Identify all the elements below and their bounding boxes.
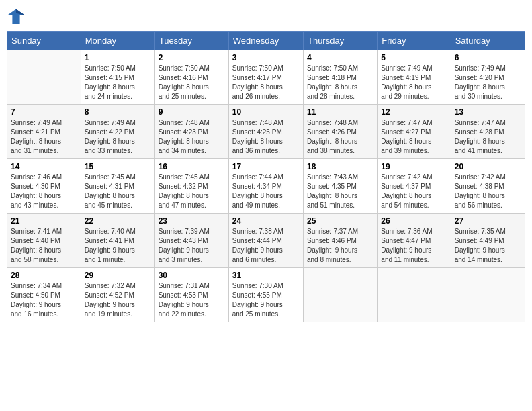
day-header-sunday: Sunday: [7, 32, 81, 50]
day-header-tuesday: Tuesday: [154, 32, 228, 50]
day-number: 18: [307, 162, 373, 171]
day-number: 19: [381, 162, 447, 171]
day-detail: Sunrise: 7:31 AM Sunset: 4:53 PM Dayligh…: [159, 281, 225, 319]
day-detail: Sunrise: 7:50 AM Sunset: 4:17 PM Dayligh…: [232, 64, 300, 101]
calendar-cell: 15Sunrise: 7:45 AM Sunset: 4:31 PM Dayli…: [81, 159, 154, 214]
day-detail: Sunrise: 7:49 AM Sunset: 4:22 PM Dayligh…: [85, 118, 151, 156]
day-detail: Sunrise: 7:32 AM Sunset: 4:52 PM Dayligh…: [85, 281, 151, 319]
calendar-cell: [451, 268, 525, 322]
calendar-cell: 18Sunrise: 7:43 AM Sunset: 4:35 PM Dayli…: [303, 159, 377, 214]
day-number: 26: [381, 216, 447, 226]
calendar-cell: 20Sunrise: 7:42 AM Sunset: 4:38 PM Dayli…: [451, 159, 525, 214]
day-number: 11: [307, 107, 373, 117]
day-number: 31: [232, 271, 300, 280]
day-detail: Sunrise: 7:49 AM Sunset: 4:21 PM Dayligh…: [11, 118, 77, 156]
day-detail: Sunrise: 7:43 AM Sunset: 4:35 PM Dayligh…: [307, 173, 373, 210]
day-number: 29: [85, 271, 151, 280]
day-header-wednesday: Wednesday: [228, 32, 303, 50]
day-detail: Sunrise: 7:50 AM Sunset: 4:18 PM Dayligh…: [307, 64, 373, 101]
calendar-cell: 24Sunrise: 7:38 AM Sunset: 4:44 PM Dayli…: [228, 214, 303, 268]
calendar-cell: [7, 50, 81, 105]
day-number: 8: [85, 107, 151, 117]
day-number: 7: [11, 107, 77, 117]
day-number: 25: [307, 216, 373, 226]
day-detail: Sunrise: 7:40 AM Sunset: 4:41 PM Dayligh…: [85, 227, 151, 265]
calendar-cell: 6Sunrise: 7:49 AM Sunset: 4:20 PM Daylig…: [451, 50, 525, 105]
calendar-cell: 14Sunrise: 7:46 AM Sunset: 4:30 PM Dayli…: [7, 159, 81, 214]
calendar-cell: [303, 268, 377, 322]
calendar-week-4: 21Sunrise: 7:41 AM Sunset: 4:40 PM Dayli…: [7, 214, 525, 268]
day-detail: Sunrise: 7:50 AM Sunset: 4:15 PM Dayligh…: [85, 64, 151, 101]
day-number: 6: [455, 53, 521, 62]
calendar-cell: [378, 268, 451, 322]
day-detail: Sunrise: 7:47 AM Sunset: 4:28 PM Dayligh…: [455, 118, 521, 156]
day-number: 5: [381, 53, 447, 62]
day-number: 23: [159, 216, 225, 226]
day-number: 9: [159, 107, 225, 117]
page-header: [7, 7, 525, 26]
day-number: 1: [85, 53, 151, 62]
day-number: 20: [455, 162, 521, 171]
calendar-cell: 16Sunrise: 7:45 AM Sunset: 4:32 PM Dayli…: [154, 159, 228, 214]
calendar-cell: 3Sunrise: 7:50 AM Sunset: 4:17 PM Daylig…: [228, 50, 303, 105]
day-detail: Sunrise: 7:45 AM Sunset: 4:31 PM Dayligh…: [85, 173, 151, 210]
day-detail: Sunrise: 7:34 AM Sunset: 4:50 PM Dayligh…: [11, 281, 77, 319]
day-number: 10: [232, 107, 300, 117]
day-detail: Sunrise: 7:48 AM Sunset: 4:25 PM Dayligh…: [232, 118, 300, 156]
day-detail: Sunrise: 7:49 AM Sunset: 4:20 PM Dayligh…: [455, 64, 521, 101]
calendar-cell: 25Sunrise: 7:37 AM Sunset: 4:46 PM Dayli…: [303, 214, 377, 268]
logo: [7, 7, 28, 26]
day-number: 2: [159, 53, 225, 62]
day-detail: Sunrise: 7:38 AM Sunset: 4:44 PM Dayligh…: [232, 227, 300, 265]
day-number: 17: [232, 162, 300, 171]
calendar-cell: 12Sunrise: 7:47 AM Sunset: 4:27 PM Dayli…: [378, 105, 451, 159]
day-number: 22: [85, 216, 151, 226]
day-number: 12: [381, 107, 447, 117]
calendar-cell: 11Sunrise: 7:48 AM Sunset: 4:26 PM Dayli…: [303, 105, 377, 159]
calendar-cell: 19Sunrise: 7:42 AM Sunset: 4:37 PM Dayli…: [378, 159, 451, 214]
calendar-cell: 1Sunrise: 7:50 AM Sunset: 4:15 PM Daylig…: [81, 50, 154, 105]
day-number: 4: [307, 53, 373, 62]
calendar-cell: 27Sunrise: 7:35 AM Sunset: 4:49 PM Dayli…: [451, 214, 525, 268]
calendar-week-3: 14Sunrise: 7:46 AM Sunset: 4:30 PM Dayli…: [7, 159, 525, 214]
day-header-saturday: Saturday: [451, 32, 525, 50]
day-number: 30: [159, 271, 225, 280]
day-detail: Sunrise: 7:48 AM Sunset: 4:26 PM Dayligh…: [307, 118, 373, 156]
day-header-monday: Monday: [81, 32, 154, 50]
day-detail: Sunrise: 7:30 AM Sunset: 4:55 PM Dayligh…: [232, 281, 300, 319]
calendar-cell: 9Sunrise: 7:48 AM Sunset: 4:23 PM Daylig…: [154, 105, 228, 159]
day-detail: Sunrise: 7:45 AM Sunset: 4:32 PM Dayligh…: [159, 173, 225, 210]
day-number: 13: [455, 107, 521, 117]
day-header-thursday: Thursday: [303, 32, 377, 50]
day-detail: Sunrise: 7:37 AM Sunset: 4:46 PM Dayligh…: [307, 227, 373, 265]
calendar-cell: 23Sunrise: 7:39 AM Sunset: 4:43 PM Dayli…: [154, 214, 228, 268]
calendar-cell: 4Sunrise: 7:50 AM Sunset: 4:18 PM Daylig…: [303, 50, 377, 105]
calendar-cell: 31Sunrise: 7:30 AM Sunset: 4:55 PM Dayli…: [228, 268, 303, 322]
day-detail: Sunrise: 7:47 AM Sunset: 4:27 PM Dayligh…: [381, 118, 447, 156]
calendar-cell: 13Sunrise: 7:47 AM Sunset: 4:28 PM Dayli…: [451, 105, 525, 159]
day-number: 14: [11, 162, 77, 171]
day-detail: Sunrise: 7:44 AM Sunset: 4:34 PM Dayligh…: [232, 173, 300, 210]
day-number: 3: [232, 53, 300, 62]
calendar-cell: 10Sunrise: 7:48 AM Sunset: 4:25 PM Dayli…: [228, 105, 303, 159]
calendar-cell: 17Sunrise: 7:44 AM Sunset: 4:34 PM Dayli…: [228, 159, 303, 214]
calendar-cell: 7Sunrise: 7:49 AM Sunset: 4:21 PM Daylig…: [7, 105, 81, 159]
calendar-cell: 30Sunrise: 7:31 AM Sunset: 4:53 PM Dayli…: [154, 268, 228, 322]
calendar-header-row: SundayMondayTuesdayWednesdayThursdayFrid…: [7, 32, 525, 50]
day-header-friday: Friday: [378, 32, 451, 50]
calendar-table: SundayMondayTuesdayWednesdayThursdayFrid…: [7, 31, 525, 322]
calendar-cell: 21Sunrise: 7:41 AM Sunset: 4:40 PM Dayli…: [7, 214, 81, 268]
calendar-cell: 22Sunrise: 7:40 AM Sunset: 4:41 PM Dayli…: [81, 214, 154, 268]
day-number: 21: [11, 216, 77, 226]
day-detail: Sunrise: 7:42 AM Sunset: 4:38 PM Dayligh…: [455, 173, 521, 210]
calendar-week-1: 1Sunrise: 7:50 AM Sunset: 4:15 PM Daylig…: [7, 50, 525, 105]
day-number: 28: [11, 271, 77, 280]
day-detail: Sunrise: 7:41 AM Sunset: 4:40 PM Dayligh…: [11, 227, 77, 265]
day-number: 27: [455, 216, 521, 226]
day-number: 16: [159, 162, 225, 171]
calendar-cell: 26Sunrise: 7:36 AM Sunset: 4:47 PM Dayli…: [378, 214, 451, 268]
logo-bird-icon: [7, 7, 26, 26]
calendar-week-2: 7Sunrise: 7:49 AM Sunset: 4:21 PM Daylig…: [7, 105, 525, 159]
day-detail: Sunrise: 7:35 AM Sunset: 4:49 PM Dayligh…: [455, 227, 521, 265]
day-detail: Sunrise: 7:39 AM Sunset: 4:43 PM Dayligh…: [159, 227, 225, 265]
